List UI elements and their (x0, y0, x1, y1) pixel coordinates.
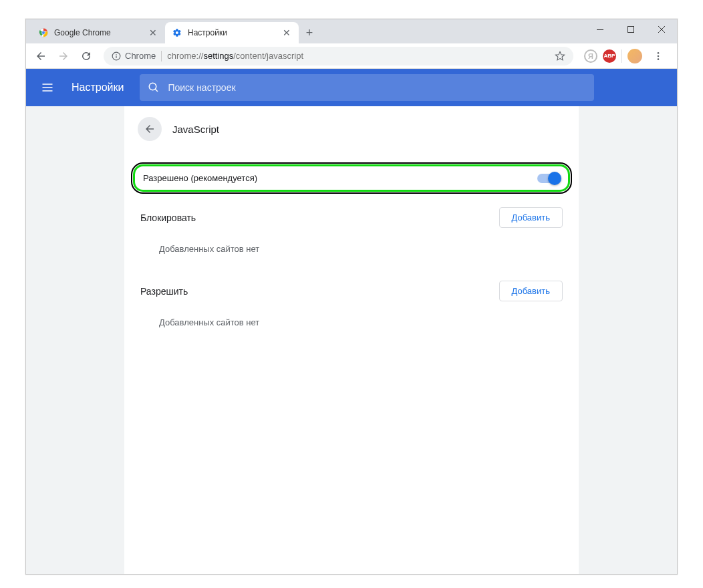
bookmark-star-icon[interactable] (555, 51, 565, 61)
svg-rect-7 (116, 55, 116, 58)
tab-title: Настройки (188, 28, 276, 37)
tab-settings[interactable]: Настройки ✕ (165, 22, 299, 43)
divider (621, 49, 622, 63)
window-controls (585, 19, 677, 39)
allow-section-title: Разрешить (140, 286, 188, 297)
back-button[interactable] (30, 45, 51, 67)
add-block-button[interactable]: Добавить (499, 207, 563, 228)
block-section: Блокировать Добавить Добавленных сайтов … (124, 196, 579, 270)
svg-rect-1 (628, 27, 634, 33)
gear-icon (172, 27, 182, 38)
svg-point-6 (116, 53, 116, 54)
chrome-menu-button[interactable] (648, 45, 669, 67)
toolbar: Chrome chrome://settings/content/javascr… (26, 43, 677, 69)
svg-point-9 (658, 55, 660, 57)
search-icon (148, 82, 160, 94)
tab-google-chrome[interactable]: Google Chrome ✕ (31, 22, 165, 43)
secure-label: Chrome (125, 51, 156, 61)
page-title: JavaScript (172, 124, 219, 135)
allow-section: Разрешить Добавить Добавленных сайтов не… (124, 270, 579, 343)
menu-hamburger-icon[interactable] (34, 74, 61, 101)
back-arrow-button[interactable] (138, 117, 162, 141)
divider (161, 51, 162, 61)
allow-empty-text: Добавленных сайтов нет (140, 301, 563, 338)
site-info-icon[interactable]: Chrome (112, 51, 156, 61)
close-tab-icon[interactable]: ✕ (148, 27, 158, 38)
address-bar[interactable]: Chrome chrome://settings/content/javascr… (104, 47, 573, 65)
extension-yandex-icon[interactable]: Я (584, 49, 597, 63)
settings-panel: JavaScript Разрешено (рекомендуется) Бло… (124, 106, 579, 574)
close-window-button[interactable] (646, 19, 677, 39)
svg-point-4 (42, 31, 45, 35)
svg-rect-0 (597, 29, 603, 30)
tab-title: Google Chrome (54, 28, 142, 37)
add-allow-button[interactable]: Добавить (499, 281, 563, 301)
search-input[interactable] (168, 82, 586, 93)
javascript-toggle[interactable] (537, 174, 560, 183)
settings-title: Настройки (72, 82, 124, 94)
svg-point-10 (658, 58, 660, 60)
minimize-button[interactable] (585, 19, 615, 39)
svg-point-11 (150, 83, 157, 90)
settings-search[interactable] (140, 74, 594, 101)
javascript-allowed-row[interactable]: Разрешено (рекомендуется) (134, 165, 569, 191)
settings-body: JavaScript Разрешено (рекомендуется) Бло… (26, 106, 677, 574)
close-tab-icon[interactable]: ✕ (281, 27, 292, 38)
extension-abp-icon[interactable]: ABP (603, 49, 616, 63)
content-area: Настройки JavaScript Разрешено ( (26, 69, 677, 574)
allowed-label: Разрешено (рекомендуется) (143, 173, 257, 183)
chrome-icon (38, 27, 49, 38)
profile-avatar[interactable] (627, 49, 642, 63)
forward-button[interactable] (53, 45, 74, 67)
tab-strip: Google Chrome ✕ Настройки ✕ + (26, 19, 677, 43)
maximize-button[interactable] (615, 19, 646, 39)
highlighted-setting: Разрешено (рекомендуется) (134, 165, 569, 191)
settings-header: Настройки (26, 69, 677, 106)
reload-button[interactable] (76, 45, 97, 67)
toggle-knob (548, 172, 561, 185)
url-text: chrome://settings/content/javascript (167, 51, 303, 61)
svg-point-8 (658, 52, 660, 54)
panel-header: JavaScript (124, 106, 579, 152)
block-empty-text: Добавленных сайтов нет (140, 228, 563, 265)
browser-window: Google Chrome ✕ Настройки ✕ + Chrome (25, 19, 678, 575)
block-section-title: Блокировать (140, 212, 196, 223)
extensions-area: Я ABP (580, 45, 673, 67)
new-tab-button[interactable]: + (300, 23, 319, 42)
